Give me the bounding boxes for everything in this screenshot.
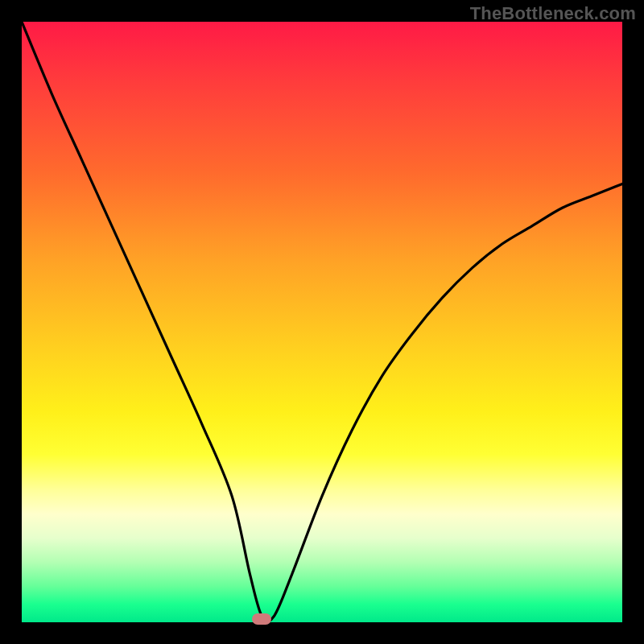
curve-path	[22, 22, 622, 621]
bottleneck-curve	[22, 22, 622, 622]
chart-plot-area	[22, 22, 622, 622]
chart-frame: TheBottleneck.com	[0, 0, 644, 644]
watermark-text: TheBottleneck.com	[470, 3, 636, 24]
optimum-marker	[252, 613, 271, 625]
